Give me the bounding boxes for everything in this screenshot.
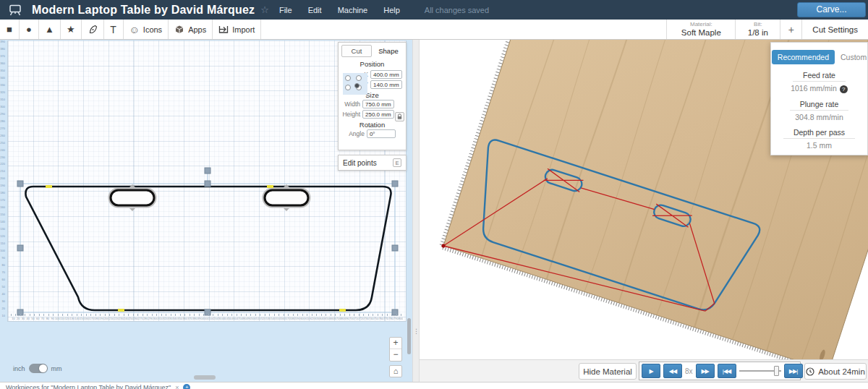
workpieces-bar: Workpieces for "Modern Laptop Table by D… <box>0 382 868 389</box>
close-icon[interactable]: × <box>175 384 179 389</box>
menu-help[interactable]: Help <box>383 6 400 14</box>
unit-toggle-group: inch mm <box>13 364 62 373</box>
preview-3d-panel[interactable]: Recommended Custom Feed rate 1016 mm/min… <box>420 40 868 359</box>
x-input[interactable]: 400.0 mm <box>370 70 402 79</box>
slider-handle[interactable] <box>774 366 779 376</box>
depth-per-pass-label: Depth per pass <box>783 128 855 139</box>
slower-button[interactable]: ◀◀ <box>663 364 682 378</box>
icons-tool-button[interactable]: ☺ Icons <box>124 20 169 39</box>
triangle-icon: ▲ <box>45 25 54 34</box>
easel-app: Modern Laptop Table by David Márquez ☆ F… <box>0 0 868 389</box>
zoom-controls: + − <box>389 337 402 362</box>
anchor-bottom-left[interactable] <box>345 85 351 90</box>
anchor-selector[interactable] <box>343 73 367 95</box>
cut-settings-button[interactable]: Cut Settings <box>801 20 868 39</box>
menu-edit[interactable]: Edit <box>308 6 322 14</box>
playback-controls: ▶ ◀◀ 8x ▶▶ |◀◀ ▶▶| <box>639 362 801 380</box>
carve-button[interactable]: Carve... <box>797 2 866 17</box>
clock-icon <box>806 367 814 376</box>
skip-end-icon: ▶▶| <box>789 368 797 375</box>
zoom-in-button[interactable]: + <box>390 338 401 349</box>
rewind-icon: ◀◀ <box>669 368 676 375</box>
rectangle-tool-button[interactable]: ■ <box>0 20 20 39</box>
triangle-tool-button[interactable]: ▲ <box>39 20 61 39</box>
smiley-icon: ☺ <box>129 25 140 35</box>
selection-handles[interactable] <box>17 168 398 315</box>
import-icon <box>218 25 229 34</box>
anchor-top-right[interactable] <box>356 75 362 81</box>
anchor-center-selected[interactable] <box>354 83 359 88</box>
vertical-scrollbar-thumb[interactable] <box>407 318 411 354</box>
pen-icon <box>88 25 98 35</box>
toggle-knob <box>39 364 47 372</box>
material-selector[interactable]: Material: Soft Maple <box>666 20 735 39</box>
plunge-rate-label: Plunge rate <box>790 100 849 111</box>
feed-rate-value: 1016 mm/min? <box>771 84 867 93</box>
pen-tool-button[interactable] <box>82 20 104 39</box>
menu-file[interactable]: File <box>279 6 292 14</box>
text-icon: T <box>110 25 116 35</box>
workpieces-tab[interactable]: Workpieces for "Modern Laptop Table by D… <box>6 384 171 389</box>
play-button[interactable]: ▶ <box>642 364 660 378</box>
preview-bottom-bar: Hide Material ▶ ◀◀ 8x ▶▶ |◀◀ ▶▶| About 2… <box>420 359 868 382</box>
feed-rate-label: Feed rate <box>793 71 846 82</box>
shortcut-badge: E <box>393 158 401 167</box>
apps-tool-button[interactable]: Apps <box>169 20 213 39</box>
easel-logo-icon <box>7 4 23 16</box>
height-input[interactable]: 250.0 mm <box>362 110 394 119</box>
home-view-button[interactable]: ⌂ <box>389 365 402 377</box>
add-workpiece-button[interactable]: + <box>183 384 190 389</box>
circle-tool-button[interactable]: ● <box>20 20 39 39</box>
angle-input[interactable]: 0° <box>367 129 396 138</box>
menu-machine[interactable]: Machine <box>338 6 368 14</box>
tab-cut[interactable]: Cut <box>341 45 372 57</box>
star-tool-button[interactable]: ★ <box>61 20 82 39</box>
rotation-handle <box>205 168 210 174</box>
bit-selector[interactable]: Bit: 1/8 in <box>735 20 780 39</box>
height-label: Height <box>342 111 360 118</box>
angle-label: Angle <box>349 130 365 137</box>
faster-button[interactable]: ▶▶ <box>696 364 715 378</box>
zoom-out-button[interactable]: − <box>390 349 401 361</box>
divider-grip-icon[interactable]: ⋮ <box>413 328 419 335</box>
help-icon[interactable]: ? <box>840 85 848 93</box>
skip-start-icon: |◀◀ <box>723 368 731 375</box>
cut-settings-popover: Recommended Custom Feed rate 1016 mm/min… <box>770 42 868 155</box>
mm-label: mm <box>51 365 62 372</box>
titlebar: Modern Laptop Table by David Márquez ☆ F… <box>0 0 868 20</box>
recommended-button[interactable]: Recommended <box>772 50 835 64</box>
horizontal-ruler: 1020304050607080901001101201301401501601… <box>11 316 403 321</box>
edit-points-button[interactable]: Edit points E <box>338 155 407 171</box>
skip-to-end-button[interactable]: ▶▶| <box>784 364 803 378</box>
hide-material-button[interactable]: Hide Material <box>579 363 637 380</box>
import-tool-button[interactable]: Import <box>213 20 261 39</box>
project-title[interactable]: Modern Laptop Table by David Márquez <box>32 4 255 17</box>
custom-button[interactable]: Custom <box>841 53 867 61</box>
width-input[interactable]: 750.0 mm <box>362 100 394 108</box>
inch-label: inch <box>13 365 25 372</box>
tabletop-outline-path[interactable] <box>25 187 391 310</box>
star-icon: ★ <box>67 25 75 34</box>
text-tool-button[interactable]: T <box>104 20 124 39</box>
plunge-rate-value: 304.8 mm/min <box>771 113 867 121</box>
anchor-top-left[interactable] <box>345 75 351 81</box>
simulation-slider[interactable] <box>739 365 781 377</box>
aspect-lock-icon[interactable] <box>395 112 404 121</box>
horizontal-scrollbar-thumb[interactable] <box>194 375 216 380</box>
vertical-ruler: 3903803703603503403303203103002902802702… <box>0 40 6 322</box>
skip-to-start-button[interactable]: |◀◀ <box>718 364 736 378</box>
square-icon: ■ <box>7 25 12 34</box>
shape-properties-panel: Cut Shape Position X 400.0 mm Y 140.0 mm… <box>338 42 407 150</box>
fast-forward-icon: ▶▶ <box>701 368 708 375</box>
favorite-star-icon[interactable]: ☆ <box>260 4 269 15</box>
unit-toggle[interactable] <box>29 364 48 373</box>
add-bit-button[interactable]: + <box>780 20 801 39</box>
tab-shape[interactable]: Shape <box>374 45 403 57</box>
slot-path[interactable] <box>265 190 308 205</box>
slot-path[interactable] <box>111 190 154 205</box>
y-input[interactable]: 140.0 mm <box>370 80 402 89</box>
position-label: Position <box>339 60 406 68</box>
design-canvas-panel[interactable]: 3903803703603503403303203103002902802702… <box>0 40 412 382</box>
panel-divider[interactable]: ⋮ <box>412 40 420 382</box>
estimated-time-button[interactable]: About 24min <box>804 363 867 380</box>
